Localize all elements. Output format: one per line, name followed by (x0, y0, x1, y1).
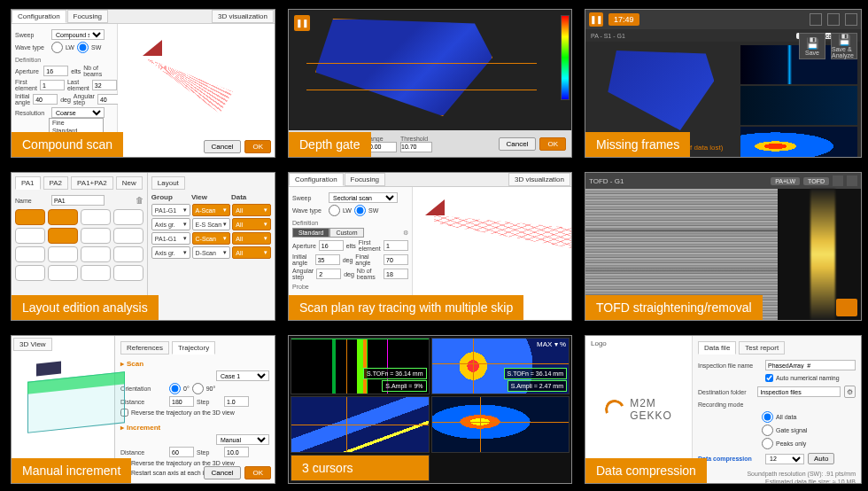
radio-sw[interactable] (354, 205, 366, 216)
distance-input[interactable] (169, 396, 194, 407)
tab-test-report[interactable]: Test report (739, 341, 785, 355)
settings-icon[interactable]: ⚙ (403, 230, 408, 237)
layout-cell[interactable] (113, 228, 143, 244)
tab-logo[interactable]: Logo (591, 339, 607, 347)
header-tool-icon[interactable] (810, 13, 822, 26)
scan-case-select[interactable]: Case 1 (216, 370, 269, 381)
first-el-input[interactable] (40, 80, 65, 90)
radio-lw[interactable] (51, 42, 63, 53)
tab-3d-visualization[interactable]: 3D visualization (508, 173, 570, 186)
layout-cell[interactable] (48, 228, 78, 244)
view-select[interactable]: E-S Scan (192, 218, 231, 230)
ascan-view[interactable]: S.Ampli = 9% S.TOFn = 36.14 mm (291, 338, 430, 394)
layout-cell[interactable] (81, 209, 111, 225)
init-angle-input[interactable] (315, 254, 340, 265)
data-select[interactable]: All (232, 246, 271, 259)
cancel-button[interactable]: Cancel (204, 140, 242, 153)
increment-select[interactable]: Manual (216, 434, 269, 445)
tab-pa2[interactable]: PA2 (43, 176, 69, 190)
radio-peaks[interactable] (762, 438, 773, 449)
ok-button[interactable]: OK (244, 140, 271, 153)
save-analyze-button[interactable]: 💾Save & Analyze (831, 33, 857, 59)
radio-all-data[interactable] (762, 411, 773, 423)
aperture-input[interactable] (319, 240, 344, 251)
tab-configuration[interactable]: Configuration (12, 10, 66, 23)
filename-input[interactable] (765, 360, 856, 370)
layout-cell[interactable] (113, 265, 143, 281)
group-select[interactable]: Axis gr. (151, 218, 190, 230)
seg-custom[interactable]: Custom (329, 228, 363, 238)
tab-trajectory[interactable]: Trajectory (172, 341, 215, 355)
radio-sw[interactable] (77, 42, 89, 53)
ang-step-input[interactable] (316, 269, 341, 279)
last-el-input[interactable] (92, 80, 117, 90)
aperture-input[interactable] (43, 66, 68, 76)
folder-input[interactable] (757, 386, 841, 397)
tab-pa1[interactable]: PA1 (15, 176, 41, 190)
ok-button[interactable]: OK (539, 137, 566, 151)
layout-cell[interactable] (15, 265, 45, 281)
chip-palw[interactable]: PA+LW (771, 177, 800, 185)
chip-tofd[interactable]: TOFD (803, 177, 829, 185)
tab-focusing[interactable]: Focusing (345, 173, 385, 186)
cscan-view[interactable] (431, 396, 570, 453)
seg-standard[interactable]: Standard (292, 228, 329, 238)
layout-cell[interactable] (15, 228, 45, 244)
step-input[interactable] (224, 396, 249, 407)
layout-cell[interactable] (113, 209, 143, 225)
tab-pa12[interactable]: PA1+PA2 (71, 176, 113, 190)
header-tool-icon[interactable] (845, 13, 857, 26)
ok-button[interactable]: OK (244, 466, 271, 479)
cancel-button[interactable]: Cancel (499, 137, 537, 151)
radio-gate[interactable] (762, 425, 773, 436)
delete-icon[interactable]: 🗑 (136, 196, 143, 205)
thumb-bscan[interactable] (740, 86, 857, 125)
pause-icon[interactable] (589, 12, 603, 27)
save-button[interactable]: 💾Save (799, 33, 825, 59)
tab-data-file[interactable]: Data file (698, 341, 736, 355)
depth-gate-viz[interactable] (289, 10, 571, 130)
radio-lw[interactable] (329, 205, 340, 216)
first-el-input[interactable] (384, 240, 408, 251)
group-select[interactable]: Axis gr. (151, 246, 190, 259)
tool-icon[interactable] (847, 175, 857, 186)
tab-references[interactable]: References (120, 341, 169, 355)
tab-configuration[interactable]: Configuration (289, 173, 344, 186)
threshold-input[interactable] (400, 142, 432, 152)
init-angle-input[interactable] (33, 94, 58, 105)
nbbeams-input[interactable] (384, 269, 408, 279)
group-select[interactable]: PA1-G1 (151, 204, 190, 216)
layout-cell[interactable] (81, 228, 111, 244)
mode-dropdown[interactable]: MAX ▾ % (537, 340, 566, 348)
header-tool-icon[interactable] (827, 13, 840, 26)
pause-icon[interactable] (294, 15, 310, 31)
view-select[interactable]: C-Scan (192, 232, 231, 245)
compression-select[interactable]: 12 (765, 454, 804, 464)
layout-cell[interactable] (113, 246, 143, 262)
layout-name-input[interactable] (51, 195, 105, 206)
layout-cell[interactable] (81, 246, 111, 262)
sweep-select[interactable]: Compound scan (51, 29, 105, 40)
res-opt-fine[interactable]: Fine (50, 119, 103, 127)
step2-input[interactable] (224, 447, 249, 457)
resolution-select[interactable]: Coarse (51, 107, 105, 118)
data-select[interactable]: All (232, 218, 271, 230)
layout-cell[interactable] (48, 209, 78, 225)
bscan-view[interactable] (291, 396, 430, 453)
cancel-button[interactable]: Cancel (204, 466, 242, 479)
layout-cell[interactable] (15, 246, 45, 262)
auto-button[interactable]: Auto (808, 453, 834, 464)
data-select[interactable]: All (232, 204, 271, 216)
distance2-input[interactable] (169, 447, 194, 457)
tab-new[interactable]: New (116, 176, 143, 190)
chk-autonum[interactable] (765, 374, 773, 382)
tool-icon[interactable] (833, 175, 843, 186)
thumb-cscan[interactable] (740, 127, 857, 158)
layout-cell[interactable] (48, 246, 78, 262)
ok-button[interactable] (836, 299, 857, 316)
folder-settings-icon[interactable]: ⚙ (844, 386, 856, 398)
layout-cell[interactable] (48, 265, 78, 281)
tab-focusing[interactable]: Focusing (67, 10, 108, 23)
sweep-select[interactable]: Sectorial scan (329, 192, 398, 203)
sscan-view[interactable]: MAX ▾ % S.Ampli = 2.47 mm S.TOFn = 36.14… (431, 338, 570, 394)
